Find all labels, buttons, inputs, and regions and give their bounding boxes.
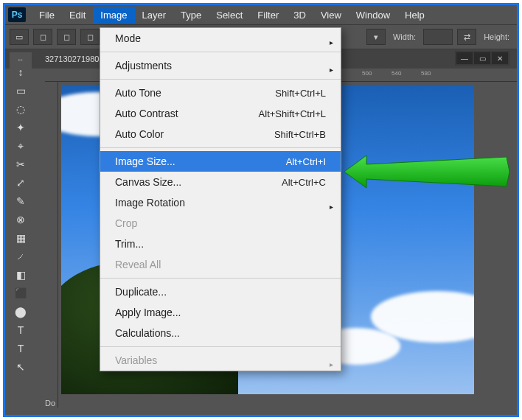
- ruler-vertical: [45, 82, 58, 407]
- menu-item-image-rotation[interactable]: Image Rotation: [100, 192, 341, 213]
- minimize-button[interactable]: —: [456, 52, 473, 64]
- tool-healing[interactable]: ⤢: [11, 174, 30, 192]
- menu-item-label: Auto Color: [115, 128, 274, 140]
- menu-item-calculations[interactable]: Calculations...: [100, 323, 341, 343]
- tool-lasso[interactable]: ◌: [11, 100, 30, 118]
- tool-type[interactable]: T: [11, 340, 30, 357]
- menu-item-apply-image[interactable]: Apply Image...: [100, 302, 341, 323]
- menu-item-label: Adjustments: [115, 60, 326, 71]
- ruler-tick: 580: [421, 70, 431, 77]
- menu-edit[interactable]: Edit: [62, 7, 93, 24]
- menu-window[interactable]: Window: [349, 7, 397, 24]
- menu-item-mode[interactable]: Mode: [100, 28, 341, 49]
- window-controls: — ▭ ✕: [455, 51, 509, 66]
- menu-view[interactable]: View: [313, 7, 349, 24]
- menu-item-reveal-all: Reveal All: [100, 254, 341, 275]
- swap-icon[interactable]: ⇄: [457, 29, 476, 45]
- menu-item-label: Auto Tone: [115, 87, 275, 99]
- document-tab[interactable]: 3271302719800: [45, 55, 104, 63]
- menu-select[interactable]: Select: [209, 7, 250, 24]
- selection-add-icon[interactable]: ◻: [57, 29, 76, 45]
- maximize-button[interactable]: ▭: [474, 52, 490, 64]
- menu-item-shortcut: Shift+Ctrl+B: [274, 129, 326, 140]
- width-field[interactable]: [423, 29, 453, 45]
- tool-preset-icon[interactable]: ▭: [10, 29, 29, 45]
- menu-item-auto-color[interactable]: Auto ColorShift+Ctrl+B: [100, 124, 341, 144]
- tool-brush[interactable]: ✎: [11, 192, 30, 210]
- menu-item-label: Image Rotation: [115, 197, 326, 209]
- menu-item-auto-tone[interactable]: Auto ToneShift+Ctrl+L: [100, 83, 341, 103]
- tool-pen[interactable]: T: [11, 321, 30, 339]
- menu-item-duplicate[interactable]: Duplicate...: [100, 281, 341, 302]
- menu-item-adjustments[interactable]: Adjustments: [100, 55, 341, 76]
- menu-item-label: Calculations...: [115, 327, 326, 339]
- selection-new-icon[interactable]: ◻: [33, 29, 52, 45]
- height-label: Height:: [481, 32, 512, 41]
- zoom-level[interactable]: Do: [45, 399, 55, 407]
- tool-magic-wand[interactable]: ✦: [11, 119, 30, 136]
- menu-item-label: Canvas Size...: [115, 176, 282, 188]
- menu-item-trim[interactable]: Trim...: [100, 234, 341, 254]
- status-bar: Do: [45, 396, 55, 410]
- style-dropdown[interactable]: ▾: [366, 29, 386, 45]
- tool-dodge[interactable]: ⬤: [11, 303, 30, 321]
- tool-blur[interactable]: ⬛: [11, 284, 30, 302]
- menu-item-label: Auto Contrast: [115, 108, 259, 119]
- selection-subtract-icon[interactable]: ◻: [80, 29, 100, 45]
- menu-item-shortcut: Alt+Ctrl+I: [286, 156, 326, 167]
- menu-type[interactable]: Type: [173, 7, 209, 24]
- tool-history-brush[interactable]: ▦: [11, 229, 30, 247]
- tool-move[interactable]: ↕: [11, 63, 30, 81]
- menu-item-label: Duplicate...: [115, 286, 326, 298]
- menu-item-label: Apply Image...: [115, 307, 326, 318]
- menu-bar: Ps File Edit Image Layer Type Select Fil…: [5, 5, 517, 24]
- ruler-tick: 500: [362, 70, 372, 77]
- tools-panel: ▸▸ ↕ ▭ ◌ ✦ ⌖ ✂ ⤢ ✎ ⊗ ▦ ⟋ ◧ ⬛ ⬤ T T ↖: [10, 52, 32, 379]
- image-menu-dropdown: ModeAdjustmentsAuto ToneShift+Ctrl+LAuto…: [100, 27, 341, 371]
- width-label: Width:: [390, 32, 419, 41]
- menu-item-variables: Variables: [100, 350, 341, 371]
- menu-file[interactable]: File: [32, 7, 62, 24]
- close-button[interactable]: ✕: [492, 52, 508, 64]
- menu-item-canvas-size[interactable]: Canvas Size...Alt+Ctrl+C: [100, 172, 341, 192]
- menu-3d[interactable]: 3D: [286, 7, 313, 24]
- menu-item-label: Image Size...: [115, 155, 286, 167]
- app-logo: Ps: [8, 7, 26, 22]
- tool-crop[interactable]: ⌖: [11, 137, 30, 155]
- menu-item-label: Trim...: [115, 238, 326, 250]
- menu-item-shortcut: Shift+Ctrl+L: [275, 88, 326, 99]
- menu-item-crop: Crop: [100, 213, 341, 234]
- tool-eraser[interactable]: ⟋: [11, 248, 30, 265]
- menu-item-auto-contrast[interactable]: Auto ContrastAlt+Shift+Ctrl+L: [100, 103, 341, 124]
- menu-item-shortcut: Alt+Shift+Ctrl+L: [259, 108, 326, 119]
- menu-item-image-size[interactable]: Image Size...Alt+Ctrl+I: [100, 151, 341, 172]
- tool-gradient[interactable]: ◧: [11, 266, 30, 284]
- menu-layer[interactable]: Layer: [135, 7, 174, 24]
- menu-item-label: Mode: [115, 32, 326, 44]
- tool-path-select[interactable]: ↖: [11, 358, 30, 376]
- tool-marquee[interactable]: ▭: [11, 82, 30, 99]
- menu-help[interactable]: Help: [397, 7, 432, 24]
- menu-filter[interactable]: Filter: [250, 7, 286, 24]
- ruler-tick: 540: [392, 70, 401, 77]
- menu-image[interactable]: Image: [93, 7, 134, 24]
- tool-eyedropper[interactable]: ✂: [11, 155, 30, 173]
- tool-stamp[interactable]: ⊗: [11, 211, 30, 228]
- menu-item-label: Crop: [115, 217, 326, 229]
- menu-item-label: Reveal All: [115, 259, 326, 270]
- menu-item-label: Variables: [115, 354, 326, 366]
- tool-expand-icon[interactable]: ▸▸: [11, 55, 30, 63]
- menu-item-shortcut: Alt+Ctrl+C: [282, 177, 326, 188]
